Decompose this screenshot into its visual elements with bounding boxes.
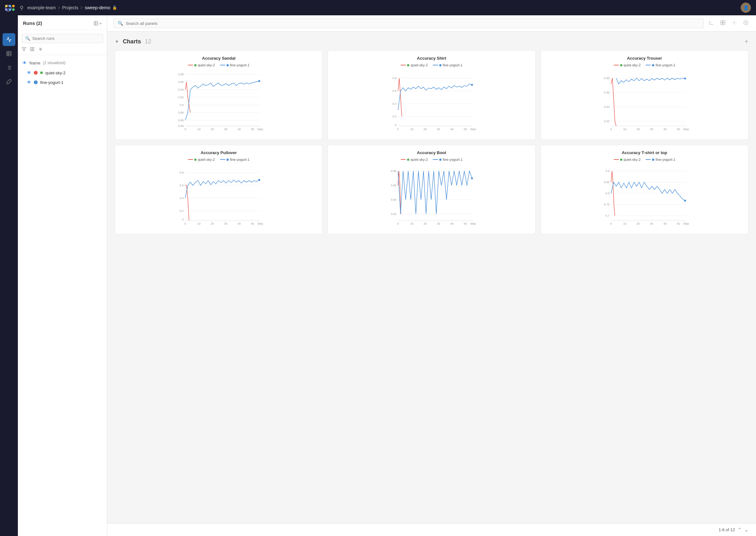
svg-text:0.4: 0.4 [180, 196, 184, 200]
svg-text:30: 30 [650, 222, 653, 225]
legend-dot-blue-shirt [439, 64, 442, 66]
svg-text:0.86: 0.86 [178, 119, 184, 122]
sidebar-charts-icon[interactable] [3, 33, 15, 46]
svg-text:0.9: 0.9 [180, 103, 184, 107]
run-eye-1[interactable]: 👁 [27, 70, 31, 75]
chart-title-trouser: Accuracy Trouser [546, 56, 743, 61]
svg-text:0.94: 0.94 [391, 198, 397, 201]
chart-legend-sandal: quiet-sky-2 fine-yogurt-1 [120, 63, 317, 67]
svg-text:0.8: 0.8 [606, 192, 609, 195]
sort-icon[interactable] [38, 47, 43, 52]
svg-text:0.6: 0.6 [392, 89, 397, 92]
svg-rect-23 [721, 20, 723, 22]
svg-text:0.92: 0.92 [604, 119, 609, 123]
chart-legend-tshirt: quiet-sky-2 fine-yogurt-1 [546, 158, 743, 161]
chart-title-shirt: Accuracy Shirt [333, 56, 530, 61]
run-eye-2[interactable]: 👁 [27, 80, 31, 85]
run-group-name: Name [29, 61, 41, 65]
breadcrumb-team[interactable]: example-team [27, 5, 56, 10]
svg-text:0.84: 0.84 [178, 124, 184, 128]
chart-accuracy-pullover: Accuracy Pullover quiet-sky-2 fine-yogur… [115, 145, 322, 234]
svg-text:0: 0 [610, 128, 612, 131]
svg-text:Step: Step [257, 128, 263, 131]
top-nav: ⚲ example-team > Projects > sweep-demo 🔓… [0, 0, 756, 15]
svg-text:0.9: 0.9 [606, 169, 609, 173]
svg-point-34 [745, 22, 746, 23]
toolbar-layout-icon[interactable] [719, 19, 727, 28]
svg-text:0: 0 [610, 222, 612, 225]
svg-text:20: 20 [211, 222, 214, 225]
svg-text:X: X [710, 22, 712, 24]
svg-marker-14 [22, 48, 26, 51]
chart-svg-pullover: 0.8 0.6 0.4 0.2 0 0 10 20 [120, 164, 317, 228]
svg-text:10: 10 [197, 222, 201, 225]
runs-group-header: 👁 Name (2 visualized) [18, 58, 107, 68]
svg-text:0.98: 0.98 [391, 169, 397, 173]
run-name-2: fine-yogurt-1 [40, 80, 63, 85]
pagination-next[interactable]: ⌄ [744, 527, 748, 533]
run-item-2[interactable]: 👁 fine-yogurt-1 [18, 78, 107, 87]
legend-dot-green-pullover [194, 158, 196, 161]
svg-text:30: 30 [224, 128, 227, 131]
svg-text:0.88: 0.88 [178, 111, 184, 114]
section-add-button[interactable]: + [744, 38, 748, 45]
svg-text:0: 0 [397, 222, 399, 225]
legend-item-red-trouser: quiet-sky-2 [614, 63, 641, 67]
breadcrumb: example-team > Projects > sweep-demo 🔓 [27, 5, 117, 10]
filter-icon[interactable] [22, 47, 26, 52]
legend-line-red-boot [401, 159, 406, 160]
svg-text:20: 20 [424, 128, 427, 131]
svg-point-129 [471, 177, 473, 179]
user-avatar[interactable]: 👤 [741, 3, 751, 13]
dot-6 [12, 8, 15, 11]
breadcrumb-current[interactable]: sweep-demo [85, 5, 110, 10]
charts-grid-row2: Accuracy Pullover quiet-sky-2 fine-yogur… [115, 145, 748, 234]
runs-table-toggle[interactable]: ▸ [93, 21, 102, 26]
chart-legend-shirt: quiet-sky-2 fine-yogurt-1 [333, 63, 530, 67]
run-item-1[interactable]: 👁 quiet-sky-2 [18, 68, 107, 78]
panel-search-input[interactable] [126, 21, 700, 26]
svg-point-112 [258, 179, 260, 181]
runs-title: Runs (2) [23, 20, 42, 26]
group-eye-icon[interactable]: 👁 [22, 60, 27, 65]
panel-search-icon: 🔍 [118, 21, 123, 26]
svg-text:0.85: 0.85 [604, 181, 609, 184]
chart-accuracy-trouser: Accuracy Trouser quiet-sky-2 fine-yogurt… [541, 50, 748, 140]
pagination-text: 1-6 of 12 [719, 527, 735, 532]
legend-line-red-tshirt [614, 159, 619, 160]
run-group-count: (2 visualized) [43, 61, 66, 65]
legend-label-red-tshirt: quiet-sky-2 [624, 158, 641, 161]
toolbar-settings-icon[interactable] [742, 19, 750, 28]
svg-text:0.98: 0.98 [178, 73, 184, 76]
legend-line-red-trouser [614, 65, 619, 65]
sidebar-table-icon[interactable] [3, 47, 15, 60]
svg-point-59 [258, 80, 260, 82]
svg-text:0.7: 0.7 [606, 214, 609, 217]
pagination-prev[interactable]: ⌃ [738, 527, 742, 533]
section-collapse-icon[interactable]: ▼ [115, 39, 119, 44]
columns-icon[interactable] [30, 47, 34, 52]
svg-rect-16 [33, 48, 34, 51]
svg-text:0: 0 [184, 222, 186, 225]
svg-point-148 [684, 200, 686, 202]
chart-svg-boot: 0.98 0.96 0.94 0.92 0 10 20 [333, 164, 530, 228]
sidebar-list-icon[interactable] [3, 61, 15, 74]
chart-legend-pullover: quiet-sky-2 fine-yogurt-1 [120, 158, 317, 161]
legend-item-blue-pullover: fine-yogurt-1 [220, 158, 250, 161]
legend-item-blue-sandal: fine-yogurt-1 [220, 63, 250, 67]
toolbar-columns-icon[interactable] [731, 19, 738, 28]
breadcrumb-projects[interactable]: Projects [62, 5, 79, 10]
nav-search-icon[interactable]: ⚲ [20, 5, 24, 11]
panel-search-box[interactable]: 🔍 [114, 18, 704, 28]
legend-item-red-pullover: quiet-sky-2 [188, 158, 215, 161]
run-status-1 [40, 72, 43, 74]
svg-text:40: 40 [238, 222, 241, 225]
legend-item-blue-tshirt: fine-yogurt-1 [646, 158, 675, 161]
chart-title-tshirt: Accuracy T-shirt or top [546, 150, 743, 155]
svg-text:30: 30 [650, 128, 653, 131]
toolbar-axis-icon[interactable]: X [707, 19, 715, 28]
runs-search-input[interactable] [32, 36, 100, 41]
runs-search-box[interactable]: 🔍 [22, 34, 103, 43]
svg-text:40: 40 [663, 222, 666, 225]
sidebar-brush-icon[interactable] [3, 75, 15, 88]
